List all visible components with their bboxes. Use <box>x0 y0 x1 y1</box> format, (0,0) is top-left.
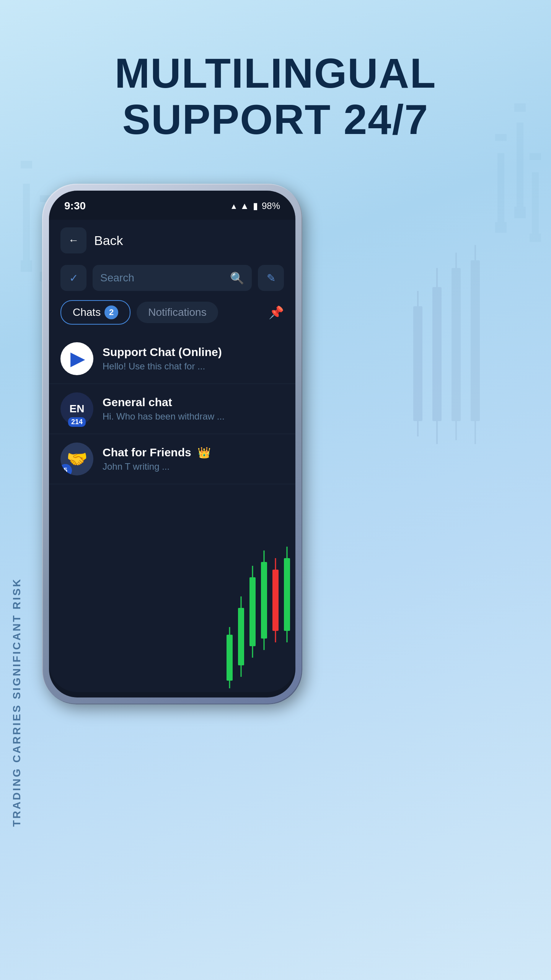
svg-rect-36 <box>432 287 442 421</box>
back-header: ← Back <box>49 220 295 261</box>
svg-rect-18 <box>238 608 244 665</box>
avatar-logo: ▶ <box>70 348 84 369</box>
status-time: 9:30 <box>64 200 86 212</box>
avatar-friends: 🤝 5 <box>60 443 93 475</box>
avatar: EN 214 <box>60 392 93 425</box>
svg-rect-42 <box>471 260 480 421</box>
chat-list: ▶ Support Chat (Online) Hello! Use this … <box>49 330 295 488</box>
svg-rect-2 <box>21 260 32 272</box>
chat-name: Chat for Friends 👑 <box>103 446 284 459</box>
tab-chats[interactable]: Chats 2 <box>60 300 130 325</box>
search-placeholder: Search <box>100 272 226 284</box>
headline-line2: SUPPORT 24/7 <box>0 96 551 142</box>
avatar-en-badge: 214 <box>68 417 86 427</box>
svg-rect-1 <box>21 161 32 168</box>
search-icon: 🔍 <box>230 271 244 285</box>
pin-icon: 📌 <box>269 305 284 320</box>
chat-preview: John T writing ... <box>103 461 284 472</box>
chat-info: Chat for Friends 👑 John T writing ... <box>103 446 284 472</box>
search-row: ✓ Search 🔍 ✎ <box>49 261 295 295</box>
svg-rect-0 <box>23 184 30 260</box>
search-field[interactable]: Search 🔍 <box>93 265 252 291</box>
status-bar: 9:30 ▴ ▲ ▮ 98% <box>49 191 295 216</box>
compose-icon: ✎ <box>267 272 276 284</box>
phone-screen: 9:30 ▴ ▲ ▮ 98% ← Back <box>49 191 295 697</box>
svg-rect-12 <box>532 172 539 234</box>
chat-preview: Hello! Use this chat for ... <box>103 361 284 372</box>
list-item[interactable]: 🤝 5 Chat for Friends 👑 John T writing ..… <box>49 434 295 484</box>
list-item[interactable]: ▶ Support Chat (Online) Hello! Use this … <box>49 334 295 384</box>
svg-rect-6 <box>497 153 504 222</box>
svg-rect-33 <box>413 306 422 421</box>
tabs-row: Chats 2 Notifications 📌 <box>49 295 295 330</box>
app-content: ← Back ✓ Search 🔍 ✎ <box>49 220 295 692</box>
back-button[interactable]: ← <box>60 227 86 253</box>
avatar: ▶ <box>60 342 93 375</box>
wifi-icon: ▴ <box>231 201 236 211</box>
compose-button[interactable]: ✎ <box>258 265 284 291</box>
crown-icon: 👑 <box>197 447 211 459</box>
checkbox-button[interactable]: ✓ <box>60 265 86 291</box>
signal-icon: ▲ <box>240 201 249 211</box>
tab-notifications[interactable]: Notifications <box>137 302 218 323</box>
tab-chats-badge: 2 <box>104 305 118 319</box>
avatar: 🤝 5 <box>60 443 93 475</box>
chat-info: Support Chat (Online) Hello! Use this ch… <box>103 346 284 372</box>
battery-icon: ▮ <box>253 201 258 211</box>
tab-notifications-label: Notifications <box>148 306 207 318</box>
checkbox-icon: ✓ <box>69 272 78 284</box>
headline-line1: MULTILINGUAL <box>0 50 551 96</box>
status-icons: ▴ ▲ ▮ 98% <box>231 201 280 211</box>
chat-info: General chat Hi. Who has been withdraw .… <box>103 396 284 422</box>
avatar-en: EN 214 <box>60 392 93 425</box>
battery-percent: 98% <box>262 201 280 211</box>
chat-name: Support Chat (Online) <box>103 346 284 359</box>
svg-rect-39 <box>452 268 461 421</box>
back-label: Back <box>94 233 123 248</box>
friends-badge: 5 <box>60 464 72 475</box>
headline: MULTILINGUAL SUPPORT 24/7 <box>0 50 551 142</box>
chat-name: General chat <box>103 396 284 409</box>
back-arrow-icon: ← <box>68 234 79 247</box>
svg-rect-13 <box>530 153 541 160</box>
svg-rect-30 <box>284 558 290 631</box>
svg-rect-21 <box>249 577 256 646</box>
phone-device: 9:30 ▴ ▲ ▮ 98% ← Back <box>42 184 341 911</box>
tab-chats-label: Chats <box>73 306 101 318</box>
svg-rect-24 <box>261 562 267 639</box>
phone-shell: 9:30 ▴ ▲ ▮ 98% ← Back <box>42 184 302 704</box>
list-item[interactable]: EN 214 General chat Hi. Who has been wit… <box>49 384 295 434</box>
chat-preview: Hi. Who has been withdraw ... <box>103 411 284 422</box>
side-risk-text: TRADING CARRIES SIGNIFICANT RISK <box>11 578 23 827</box>
svg-rect-27 <box>272 570 279 631</box>
avatar-en-text: EN <box>70 403 85 414</box>
svg-rect-11 <box>514 207 526 218</box>
svg-rect-15 <box>227 635 233 681</box>
